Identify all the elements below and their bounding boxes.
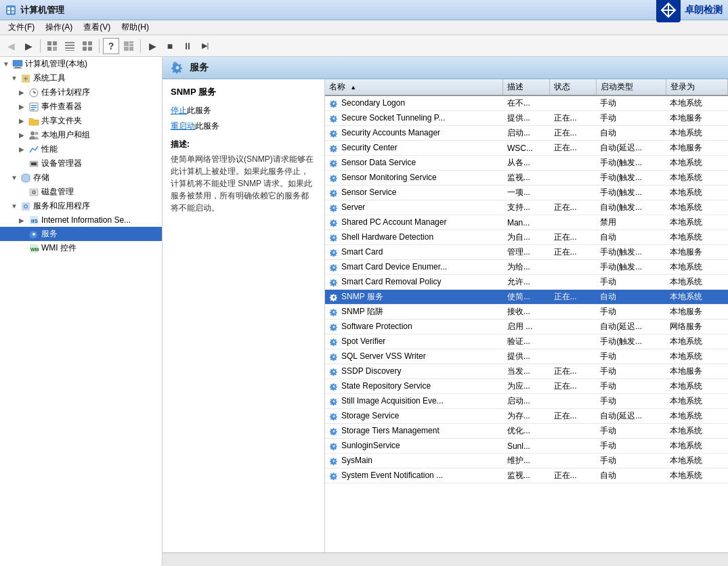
tree-arrow-root: ▼ (3, 60, 11, 68)
service-desc-cell: 当发... (503, 364, 550, 379)
back-button[interactable]: ◀ (3, 38, 19, 54)
table-row[interactable]: Sensor Monitoring Service监视...手动(触发...本地… (325, 171, 728, 186)
sidebar-item-device-mgr[interactable]: 设备管理器 (0, 156, 162, 171)
svg-rect-17 (83, 41, 87, 45)
table-row[interactable]: SNMP 陷阱接收...手动本地服务 (325, 305, 728, 320)
service-name-cell: State Repository Service (325, 379, 503, 394)
sidebar-item-event-viewer[interactable]: ▶ 事件查看器 (0, 100, 162, 114)
services-panel[interactable]: 名称 ▲ 描述 状态 启动类型 登录为 Secondary Logon在不...… (325, 79, 728, 552)
folder-icon (28, 116, 39, 127)
table-row[interactable]: Security Accounts Manager启动...正在...自动本地系… (325, 126, 728, 141)
table-row[interactable]: SNMP 服务使简...正在...自动本地系统 (325, 290, 728, 305)
service-desc-cell: 启动... (503, 394, 550, 409)
table-row[interactable]: State Repository Service为应...正在...手动本地系统 (325, 379, 728, 394)
service-desc-cell: 启动... (503, 126, 550, 141)
table-row[interactable]: Security CenterWSC...正在...自动(延迟...本地服务 (325, 141, 728, 156)
service-startup-cell: 手动 (596, 349, 666, 364)
service-startup-cell: 手动 (596, 364, 666, 379)
service-login-cell: 本地系统 (666, 424, 727, 439)
table-row[interactable]: Server支持...正在...自动(触发...本地系统 (325, 200, 728, 215)
service-name-cell: Secure Socket Tunneling P... (325, 111, 503, 126)
service-startup-cell: 手动(触发... (596, 260, 666, 275)
col-header-name[interactable]: 名称 ▲ (325, 79, 503, 95)
svg-point-67 (333, 251, 335, 254)
restart-button[interactable]: ▶| (197, 38, 213, 54)
icon-button[interactable] (79, 38, 95, 54)
table-row[interactable]: System Event Notification ...监视...正在...自… (325, 469, 728, 483)
service-login-cell: 本地服务 (666, 305, 727, 320)
view2-button[interactable] (121, 38, 137, 54)
play-button[interactable]: ▶ (144, 38, 160, 54)
service-login-cell: 网络服务 (666, 320, 727, 334)
service-status-cell: 正在... (550, 409, 597, 424)
service-gear-icon (329, 427, 339, 436)
help-button[interactable]: ? (103, 38, 119, 54)
sidebar-item-local-users[interactable]: ▶ 本地用户和组 (0, 128, 162, 142)
users-icon (28, 130, 39, 141)
menu-file[interactable]: 文件(F) (3, 20, 40, 35)
service-gear-icon (329, 307, 339, 317)
table-row[interactable]: Sensor Data Service从各...手动(触发...本地系统 (325, 156, 728, 171)
table-row[interactable]: Shared PC Account ManagerMan...禁用本地系统 (325, 215, 728, 230)
table-row[interactable]: SQL Server VSS Writer提供...手动本地系统 (325, 349, 728, 364)
table-row[interactable]: Secondary Logon在不...手动本地系统 (325, 95, 728, 111)
service-login-cell: 本地系统 (666, 275, 727, 290)
table-row[interactable]: Shell Hardware Detection为自...正在...自动本地系统 (325, 230, 728, 245)
table-row[interactable]: Smart Card管理...正在...手动(触发...本地服务 (325, 245, 728, 260)
service-desc-cell: 监视... (503, 469, 550, 483)
svg-rect-28 (14, 68, 22, 68)
table-row[interactable]: Software Protection启用 ...自动(延迟...网络服务 (325, 320, 728, 334)
table-row[interactable]: Secure Socket Tunneling P...提供...正在...手动… (325, 111, 728, 126)
table-row[interactable]: Smart Card Device Enumer...为给...手动(触发...… (325, 260, 728, 275)
svg-point-72 (333, 326, 335, 328)
service-login-cell: 本地系统 (666, 394, 727, 409)
table-row[interactable]: Sensor Service一项...手动(触发...本地系统 (325, 186, 728, 200)
sidebar-item-wmi[interactable]: WMI WMI 控件 (0, 241, 162, 255)
sidebar-item-root[interactable]: ▼ 计算机管理(本地) (0, 57, 162, 71)
content-header-icon (171, 61, 184, 74)
table-row[interactable]: SysMain维护...手动本地系统 (325, 454, 728, 469)
sidebar-item-performance[interactable]: ▶ 性能 (0, 142, 162, 156)
sidebar-item-task-scheduler[interactable]: ▶ 任务计划程序 (0, 85, 162, 100)
sidebar-item-storage[interactable]: ▼ 存储 (0, 171, 162, 185)
service-gear-icon (329, 114, 339, 123)
sidebar-label-disk-mgmt: 磁盘管理 (41, 186, 74, 198)
svg-rect-19 (83, 47, 87, 51)
sidebar-item-system-tools[interactable]: ▼ 系统工具 (0, 71, 162, 85)
table-row[interactable]: SSDP Discovery当发...正在...手动本地服务 (325, 364, 728, 379)
forward-button[interactable]: ▶ (20, 38, 37, 54)
table-row[interactable]: Smart Card Removal Policy允许...手动本地系统 (325, 275, 728, 290)
table-row[interactable]: SunloginServiceSunl...手动本地系统 (325, 439, 728, 454)
col-header-login[interactable]: 登录为 (666, 79, 727, 95)
restart-service-link[interactable]: 重启动 (171, 121, 195, 131)
info-panel-service-name: SNMP 服务 (171, 86, 316, 98)
service-status-cell (550, 171, 597, 186)
sidebar-label-event-viewer: 事件查看器 (41, 101, 82, 112)
table-row[interactable]: Storage Tiers Management优化...手动本地系统 (325, 424, 728, 439)
service-startup-cell: 手动 (596, 424, 666, 439)
sidebar-item-iis[interactable]: ▶ IIS Internet Information Se... (0, 213, 162, 227)
menu-action[interactable]: 操作(A) (40, 20, 78, 35)
table-row[interactable]: Storage Service为存...正在...自动(延迟...本地系统 (325, 409, 728, 424)
menu-view[interactable]: 查看(V) (78, 20, 116, 35)
table-row[interactable]: Still Image Acquisition Eve...启动...手动本地系… (325, 394, 728, 409)
sidebar-item-disk-mgmt[interactable]: 磁盘管理 (0, 185, 162, 199)
show-hide-button[interactable] (44, 38, 60, 54)
sidebar-item-shared-folders[interactable]: ▶ 共享文件夹 (0, 114, 162, 128)
stop-service-link[interactable]: 停止 (171, 106, 187, 115)
desc-title: 描述: (171, 139, 316, 150)
svg-point-49 (25, 205, 27, 207)
col-header-status[interactable]: 状态 (550, 79, 597, 95)
stop-button[interactable]: ■ (162, 38, 178, 54)
sidebar-item-services[interactable]: 服务 (0, 227, 162, 241)
service-desc-cell: 为应... (503, 379, 550, 394)
table-row[interactable]: Spot Verifier验证...手动(触发...本地系统 (325, 334, 728, 349)
list-button[interactable] (62, 38, 78, 54)
col-header-desc[interactable]: 描述 (503, 79, 550, 95)
pause-button[interactable]: ⏸ (179, 38, 196, 54)
menu-help[interactable]: 帮助(H) (116, 20, 154, 35)
service-name-cell: Smart Card Device Enumer... (325, 260, 503, 275)
sidebar-item-services-apps[interactable]: ▼ 服务和应用程序 (0, 199, 162, 213)
col-header-startup[interactable]: 启动类型 (596, 79, 666, 95)
service-status-cell (550, 260, 597, 275)
